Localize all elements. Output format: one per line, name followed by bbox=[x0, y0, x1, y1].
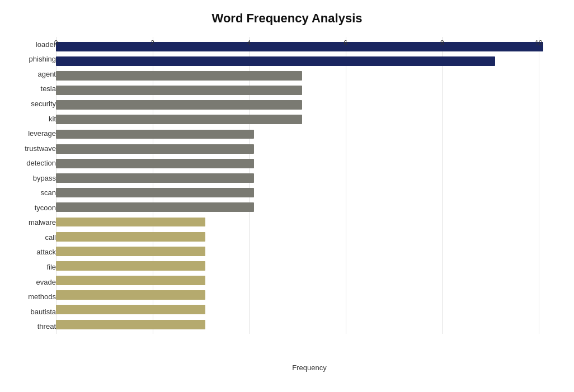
bar-row bbox=[56, 258, 563, 273]
bar bbox=[56, 144, 254, 154]
bars-and-grid: 0246810 Frequency bbox=[56, 37, 563, 351]
y-label: scan bbox=[11, 189, 56, 196]
x-axis-title: Frequency bbox=[56, 363, 563, 372]
bar-row bbox=[56, 156, 563, 171]
bar-row bbox=[56, 200, 563, 215]
bar-row bbox=[56, 317, 563, 332]
y-label: attack bbox=[11, 248, 56, 256]
bar-row bbox=[56, 229, 563, 244]
chart-title: Word Frequency Analysis bbox=[11, 11, 563, 26]
chart-area: loaderphishingagentteslasecuritykitlever… bbox=[11, 37, 563, 351]
bar-row bbox=[56, 273, 563, 288]
bar-row bbox=[56, 112, 563, 127]
x-axis-tick-label: 0 bbox=[54, 39, 58, 47]
y-labels: loaderphishingagentteslasecuritykitlever… bbox=[11, 37, 56, 351]
bar bbox=[56, 173, 254, 183]
y-label: kit bbox=[11, 115, 56, 122]
y-label: phishing bbox=[11, 55, 56, 63]
y-label: bypass bbox=[11, 174, 56, 182]
bar bbox=[56, 290, 205, 300]
bar-row bbox=[56, 244, 563, 258]
y-label: call bbox=[11, 234, 56, 241]
y-label: methods bbox=[11, 293, 56, 300]
bar bbox=[56, 56, 495, 66]
bar-row bbox=[56, 303, 563, 317]
y-label: malware bbox=[11, 219, 56, 226]
bar-row bbox=[56, 83, 563, 97]
y-label: bautista bbox=[11, 308, 56, 315]
bar-row bbox=[56, 171, 563, 185]
y-label: loader bbox=[11, 41, 56, 48]
bar bbox=[56, 261, 205, 271]
bar bbox=[56, 247, 205, 256]
x-axis-tick-label: 10 bbox=[535, 39, 542, 47]
y-label: file bbox=[11, 263, 56, 271]
x-axis-tick-label: 6 bbox=[344, 39, 347, 47]
bar-row bbox=[56, 141, 563, 156]
bar bbox=[56, 71, 302, 81]
bar bbox=[56, 202, 254, 212]
y-label: leverage bbox=[11, 130, 56, 137]
bar bbox=[56, 305, 205, 314]
bar-row bbox=[56, 68, 563, 83]
bar bbox=[56, 115, 302, 124]
y-label: agent bbox=[11, 70, 56, 78]
bar bbox=[56, 276, 205, 285]
bar bbox=[56, 100, 302, 110]
y-label: security bbox=[11, 100, 56, 107]
y-label: trustwave bbox=[11, 145, 56, 152]
y-label: tycoon bbox=[11, 204, 56, 211]
grid-and-bars: 0246810 bbox=[56, 37, 563, 351]
y-label: tesla bbox=[11, 85, 56, 92]
bar-row bbox=[56, 98, 563, 112]
bar bbox=[56, 188, 254, 197]
x-axis-labels: 0246810 bbox=[56, 37, 563, 48]
bar bbox=[56, 159, 254, 168]
x-axis-tick-label: 2 bbox=[150, 39, 154, 47]
x-axis-tick-label: 4 bbox=[247, 39, 251, 47]
bar-row bbox=[56, 215, 563, 229]
x-axis-tick-label: 8 bbox=[440, 39, 444, 47]
bar bbox=[56, 86, 302, 95]
bar bbox=[56, 232, 205, 242]
chart-container: Word Frequency Analysis loaderphishingag… bbox=[0, 0, 574, 392]
bar-row bbox=[56, 186, 563, 200]
bars-wrapper bbox=[56, 37, 563, 334]
bar-row bbox=[56, 288, 563, 303]
bar bbox=[56, 218, 205, 227]
bar bbox=[56, 130, 254, 139]
bar-row bbox=[56, 54, 563, 68]
y-label: detection bbox=[11, 159, 56, 167]
bar-row bbox=[56, 127, 563, 141]
y-label: threat bbox=[11, 323, 56, 330]
y-label: evade bbox=[11, 278, 56, 286]
bar bbox=[56, 320, 205, 329]
